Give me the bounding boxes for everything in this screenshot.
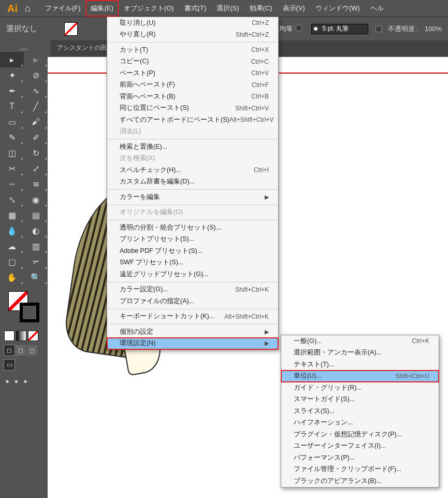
menuitem-透明の分割・統合プリセット(S)...[interactable]: 透明の分割・統合プリセット(S)... bbox=[107, 222, 278, 234]
menuitem-キーボードショートカット(K)...[interactable]: キーボードショートカット(K)...Alt+Shift+Ctrl+K bbox=[107, 311, 278, 323]
menu-ヘル[interactable]: ヘル bbox=[365, 0, 389, 17]
menuitem-環境設定(N)[interactable]: 環境設定(N)▶ bbox=[107, 338, 278, 350]
edit-menu-dropdown: 取り消し(U)Ctrl+Zやり直し(R)Shift+Ctrl+Zカット(T)Ct… bbox=[107, 17, 279, 350]
menuitem-カスタム辞書を編集(D)...[interactable]: カスタム辞書を編集(D)... bbox=[107, 176, 278, 188]
tool-eraser[interactable]: ◫ bbox=[0, 145, 24, 161]
menuitem-背面へペースト(B)[interactable]: 背面へペースト(B)Ctrl+B bbox=[107, 91, 278, 103]
tool-graph[interactable]: ▥ bbox=[24, 238, 48, 254]
menuitem-カラー設定(G)...[interactable]: カラー設定(G)...Shift+Ctrl+K bbox=[107, 284, 278, 296]
menuitem-同じ位置にペースト(S)[interactable]: 同じ位置にペースト(S)Shift+Ctrl+V bbox=[107, 103, 278, 115]
menuitem-ハイフネーション...[interactable]: ハイフネーション... bbox=[281, 417, 439, 429]
tool-zoom[interactable]: 🔍 bbox=[24, 269, 48, 285]
submenu-arrow-icon: ▶ bbox=[265, 329, 269, 335]
menuitem-個別の設定[interactable]: 個別の設定▶ bbox=[107, 326, 278, 338]
menuitem-カット(T)[interactable]: カット(T)Ctrl+X bbox=[107, 44, 278, 56]
tool-warp[interactable]: ≋ bbox=[24, 176, 48, 192]
home-icon[interactable]: ⌂ bbox=[21, 3, 35, 14]
tool-curve[interactable]: ∿ bbox=[24, 83, 48, 98]
menu-効果(C)[interactable]: 効果(C) bbox=[244, 0, 278, 17]
menuitem-オリジナルを編集(O): オリジナルを編集(O) bbox=[107, 207, 278, 219]
menuitem-前面へペースト(F)[interactable]: 前面へペースト(F)Ctrl+F bbox=[107, 79, 278, 91]
menuitem-プラグイン・仮想記憶ディスク(P)...[interactable]: プラグイン・仮想記憶ディスク(P)... bbox=[281, 429, 439, 440]
menuitem-ブラックのアピアランス(B)...[interactable]: ブラックのアピアランス(B)... bbox=[281, 475, 439, 487]
tool-lasso[interactable]: ⊘ bbox=[24, 67, 48, 83]
ai-icon: Ai bbox=[7, 3, 18, 15]
stroke-align-dropdown[interactable]: 均等 bbox=[276, 24, 305, 34]
tool-wand[interactable]: ✦ bbox=[0, 67, 24, 83]
menuitem-ユーザーインターフェイス(I)...[interactable]: ユーザーインターフェイス(I)... bbox=[281, 440, 439, 452]
tool-width[interactable]: ↔ bbox=[0, 176, 24, 192]
menuitem-コピー(C)[interactable]: コピー(C)Ctrl+C bbox=[107, 56, 278, 68]
tool-shaper[interactable]: ✎ bbox=[0, 130, 24, 145]
menu-表示(V)[interactable]: 表示(V) bbox=[278, 0, 310, 17]
color-mode-solid[interactable] bbox=[4, 331, 15, 341]
menuitem-単位(U)...[interactable]: 単位(U)...Shift+Ctrl+U bbox=[281, 371, 439, 382]
menuitem-一般(G)...[interactable]: 一般(G)...Ctrl+K bbox=[281, 335, 439, 347]
tool-shape[interactable]: ◉ bbox=[24, 192, 48, 207]
menuitem-取り消し(U)[interactable]: 取り消し(U)Ctrl+Z bbox=[107, 17, 278, 29]
opacity-value[interactable]: 100% bbox=[425, 25, 442, 33]
menuitem-ガイド・グリッド(R)...[interactable]: ガイド・グリッド(R)... bbox=[281, 382, 439, 394]
menuitem-パフォーマンス(P)...[interactable]: パフォーマンス(P)... bbox=[281, 452, 439, 464]
tool-type[interactable]: T bbox=[0, 98, 24, 114]
menuitem-ファイル管理・クリップボード(F)...[interactable]: ファイル管理・クリップボード(F)... bbox=[281, 464, 439, 476]
tool-rotate[interactable]: ↻ bbox=[24, 145, 48, 161]
menuitem-選択範囲・アンカー表示(A)...[interactable]: 選択範囲・アンカー表示(A)... bbox=[281, 347, 439, 359]
draw-inside[interactable]: ◻ bbox=[27, 345, 37, 355]
draw-behind[interactable]: ◻ bbox=[16, 345, 26, 355]
stroke-color[interactable] bbox=[20, 303, 39, 322]
menuitem-テキスト(T)...[interactable]: テキスト(T)... bbox=[281, 359, 439, 371]
submenu-arrow-icon: ▶ bbox=[265, 194, 269, 201]
tool-symbol[interactable]: ☁ bbox=[0, 238, 24, 254]
tool-rect[interactable]: ▭ bbox=[0, 114, 24, 130]
tool-pencil[interactable]: ✐ bbox=[24, 130, 48, 145]
menu-ファイル(F)[interactable]: ファイル(F) bbox=[40, 0, 86, 17]
menuitem-やり直し(R)[interactable]: やり直し(R)Shift+Ctrl+Z bbox=[107, 29, 278, 41]
menuitem-遠近グリッドプリセット(G)...[interactable]: 遠近グリッドプリセット(G)... bbox=[107, 268, 278, 280]
menuitem-スペルチェック(H)...[interactable]: スペルチェック(H)...Ctrl+I bbox=[107, 164, 278, 176]
menuitem-カラーを編集[interactable]: カラーを編集▶ bbox=[107, 191, 278, 203]
tool-pen[interactable]: ✒ bbox=[0, 83, 24, 98]
tool-scissors[interactable]: ✂ bbox=[0, 161, 24, 176]
fill-swatch[interactable] bbox=[64, 22, 78, 36]
tool-direct[interactable]: ▹ bbox=[24, 52, 48, 67]
menuitem-プロファイルの指定(A)...[interactable]: プロファイルの指定(A)... bbox=[107, 295, 278, 307]
color-mode-none[interactable] bbox=[28, 331, 38, 341]
tool-mesh[interactable]: ▦ bbox=[0, 207, 24, 223]
tool-artboard[interactable]: ▢ bbox=[0, 254, 24, 269]
menu-書式(T)[interactable]: 書式(T) bbox=[179, 0, 212, 17]
tool-gradient[interactable]: ▤ bbox=[24, 207, 48, 223]
draw-normal[interactable]: ◻ bbox=[4, 345, 15, 355]
selection-status: 選択なし bbox=[6, 24, 58, 34]
menuitem-次を検索(X): 次を検索(X) bbox=[107, 153, 278, 165]
tool-hand[interactable]: ✋ bbox=[0, 269, 24, 285]
tool-line[interactable]: ╱ bbox=[24, 98, 48, 114]
tool-scale[interactable]: ⤢ bbox=[24, 161, 48, 176]
menuitem-ペースト(P)[interactable]: ペースト(P)Ctrl+V bbox=[107, 67, 278, 79]
menubar: Ai ⌂ ファイル(F)編集(E)オブジェクト(O)書式(T)選択(S)効果(C… bbox=[0, 0, 448, 17]
tool-brush[interactable]: 🖌 bbox=[24, 114, 48, 130]
brush-preset-dropdown[interactable]: 5 pt. 丸筆 bbox=[311, 24, 368, 34]
tool-select[interactable]: ▸ bbox=[0, 52, 24, 67]
menu-オブジェクト(O)[interactable]: オブジェクト(O) bbox=[119, 0, 179, 17]
menuitem-Adobe PDF プリセット(S)...[interactable]: Adobe PDF プリセット(S)... bbox=[107, 245, 278, 257]
app-logo: Ai ⌂ bbox=[2, 3, 40, 15]
menuitem-プリントプリセット(S)...[interactable]: プリントプリセット(S)... bbox=[107, 234, 278, 246]
screen-mode[interactable]: ▭ bbox=[4, 360, 15, 370]
color-swatches bbox=[0, 285, 48, 329]
menu-ウィンドウ(W)[interactable]: ウィンドウ(W) bbox=[310, 0, 365, 17]
tool-slice[interactable]: ✃ bbox=[24, 254, 48, 269]
tool-free[interactable]: ⤡ bbox=[0, 192, 24, 207]
menuitem-すべてのアートボードにペースト(S)[interactable]: すべてのアートボードにペースト(S)Alt+Shift+Ctrl+V bbox=[107, 114, 278, 126]
menuitem-SWF プリセット(S)...[interactable]: SWF プリセット(S)... bbox=[107, 257, 278, 269]
menuitem-スマートガイド(S)...[interactable]: スマートガイド(S)... bbox=[281, 394, 439, 406]
menuitem-検索と置換(E)...[interactable]: 検索と置換(E)... bbox=[107, 141, 278, 153]
menu-編集(E)[interactable]: 編集(E) bbox=[85, 0, 118, 17]
tool-blend[interactable]: ◐ bbox=[24, 223, 48, 238]
menu-選択(S)[interactable]: 選択(S) bbox=[211, 0, 244, 17]
opacity-label: 不透明度 : bbox=[388, 24, 418, 34]
menuitem-スライス(S)...[interactable]: スライス(S)... bbox=[281, 405, 439, 417]
color-mode-gradient[interactable] bbox=[16, 331, 26, 341]
more-tools[interactable]: ● ● ● bbox=[0, 372, 48, 390]
tool-eyedrop[interactable]: 💧 bbox=[0, 223, 24, 238]
